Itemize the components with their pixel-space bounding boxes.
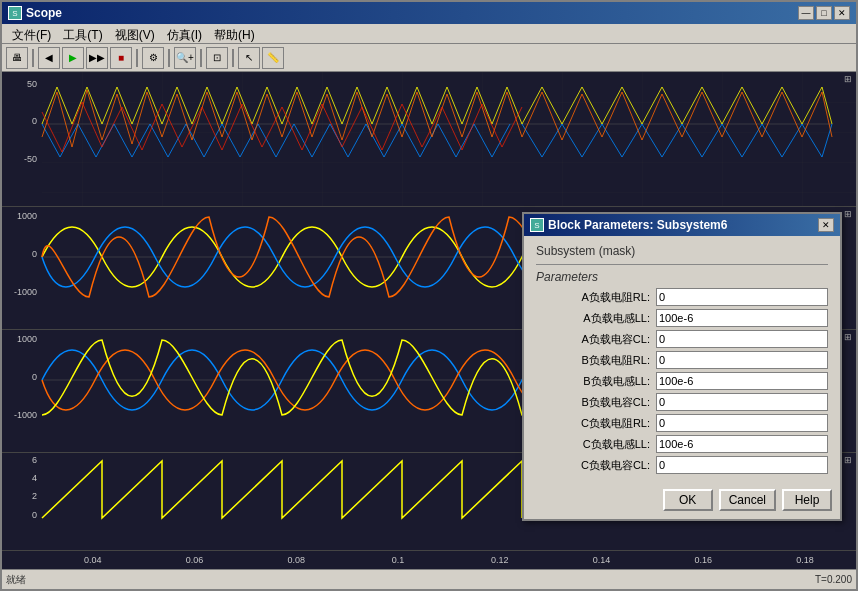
menu-tools[interactable]: 工具(T) — [57, 26, 108, 41]
toolbar-print[interactable]: 🖶 — [6, 47, 28, 69]
toolbar-forward[interactable]: ▶▶ — [86, 47, 108, 69]
menu-bar: 文件(F) 工具(T) 视图(V) 仿真(I) 帮助(H) — [2, 24, 856, 44]
svg-text:4: 4 — [32, 473, 37, 483]
plot2-expand[interactable]: ⊞ — [844, 209, 852, 219]
x-tick-5: 0.12 — [449, 555, 551, 565]
param-label-4: B负载电感LL: — [536, 374, 656, 389]
x-tick-7: 0.16 — [653, 555, 755, 565]
dialog-title: Block Parameters: Subsystem6 — [548, 218, 727, 232]
svg-text:1000: 1000 — [17, 334, 37, 344]
menu-help[interactable]: 帮助(H) — [208, 26, 261, 41]
content-area: ⊞ 50 0 -50 — [2, 72, 856, 569]
param-row-7: C负载电感LL: — [536, 435, 828, 453]
x-tick-1: 0.04 — [42, 555, 144, 565]
plot4-expand[interactable]: ⊞ — [844, 455, 852, 465]
param-row-1: A负载电感LL: — [536, 309, 828, 327]
dialog-section-params: Parameters — [536, 270, 828, 284]
x-tick-6: 0.14 — [551, 555, 653, 565]
plot1-expand[interactable]: ⊞ — [844, 74, 852, 84]
param-input-8[interactable] — [656, 456, 828, 474]
toolbar-sep2 — [136, 49, 138, 67]
toolbar-stop[interactable]: ■ — [110, 47, 132, 69]
param-row-4: B负载电感LL: — [536, 372, 828, 390]
svg-text:1000: 1000 — [17, 211, 37, 221]
toolbar-zoom-in[interactable]: 🔍+ — [174, 47, 196, 69]
param-input-0[interactable] — [656, 288, 828, 306]
svg-text:-50: -50 — [24, 154, 37, 164]
param-input-7[interactable] — [656, 435, 828, 453]
toolbar-measure[interactable]: 📏 — [262, 47, 284, 69]
block-params-dialog: S Block Parameters: Subsystem6 ✕ Subsyst… — [522, 212, 842, 521]
title-bar-left: S Scope — [8, 6, 62, 20]
param-label-3: B负载电阻RL: — [536, 353, 656, 368]
title-controls: — □ ✕ — [798, 6, 850, 20]
toolbar-settings[interactable]: ⚙ — [142, 47, 164, 69]
dialog-icon: S — [530, 218, 544, 232]
x-tick-8: 0.18 — [754, 555, 856, 565]
svg-text:0: 0 — [32, 510, 37, 520]
param-label-7: C负载电感LL: — [536, 437, 656, 452]
svg-text:6: 6 — [32, 455, 37, 465]
dialog-body: Subsystem (mask) Parameters A负载电阻RL: A负载… — [524, 236, 840, 483]
cancel-button[interactable]: Cancel — [719, 489, 776, 511]
param-row-6: C负载电阻RL: — [536, 414, 828, 432]
toolbar-sep1 — [32, 49, 34, 67]
param-row-0: A负载电阻RL: — [536, 288, 828, 306]
svg-text:0: 0 — [32, 116, 37, 126]
param-input-3[interactable] — [656, 351, 828, 369]
close-button[interactable]: ✕ — [834, 6, 850, 20]
svg-text:0: 0 — [32, 372, 37, 382]
x-tick-3: 0.08 — [246, 555, 348, 565]
param-row-3: B负载电阻RL: — [536, 351, 828, 369]
status-bar: 就绪 T=0.200 — [2, 569, 856, 589]
dialog-buttons: OK Cancel Help — [524, 483, 840, 519]
menu-view[interactable]: 视图(V) — [109, 26, 161, 41]
param-row-2: A负载电容CL: — [536, 330, 828, 348]
plot3-expand[interactable]: ⊞ — [844, 332, 852, 342]
x-tick-4: 0.1 — [347, 555, 449, 565]
plot1-svg: 50 0 -50 — [2, 72, 856, 206]
toolbar: 🖶 ◀ ▶ ▶▶ ■ ⚙ 🔍+ ⊡ ↖ 📏 — [2, 44, 856, 72]
param-input-1[interactable] — [656, 309, 828, 327]
param-label-5: B负载电容CL: — [536, 395, 656, 410]
toolbar-sep3 — [168, 49, 170, 67]
param-input-2[interactable] — [656, 330, 828, 348]
menu-simulate[interactable]: 仿真(I) — [161, 26, 208, 41]
toolbar-back[interactable]: ◀ — [38, 47, 60, 69]
toolbar-sep4 — [200, 49, 202, 67]
help-button[interactable]: Help — [782, 489, 832, 511]
toolbar-fit[interactable]: ⊡ — [206, 47, 228, 69]
param-input-5[interactable] — [656, 393, 828, 411]
dialog-title-bar: S Block Parameters: Subsystem6 ✕ — [524, 214, 840, 236]
param-label-8: C负载电容CL: — [536, 458, 656, 473]
svg-text:2: 2 — [32, 491, 37, 501]
plot1: ⊞ 50 0 -50 — [2, 72, 856, 207]
param-input-4[interactable] — [656, 372, 828, 390]
param-input-6[interactable] — [656, 414, 828, 432]
param-label-0: A负载电阻RL: — [536, 290, 656, 305]
svg-text:-1000: -1000 — [14, 410, 37, 420]
dialog-close-button[interactable]: ✕ — [818, 218, 834, 232]
main-window: S Scope — □ ✕ 文件(F) 工具(T) 视图(V) 仿真(I) 帮助… — [0, 0, 858, 591]
minimize-button[interactable]: — — [798, 6, 814, 20]
toolbar-sep5 — [232, 49, 234, 67]
svg-text:-1000: -1000 — [14, 287, 37, 297]
param-row-8: C负载电容CL: — [536, 456, 828, 474]
toolbar-play[interactable]: ▶ — [62, 47, 84, 69]
ok-button[interactable]: OK — [663, 489, 713, 511]
svg-text:50: 50 — [27, 79, 37, 89]
status-left: 就绪 — [6, 573, 26, 587]
dialog-subtitle: Subsystem (mask) — [536, 244, 828, 258]
svg-text:0: 0 — [32, 249, 37, 259]
param-label-6: C负载电阻RL: — [536, 416, 656, 431]
menu-file[interactable]: 文件(F) — [6, 26, 57, 41]
window-title: Scope — [26, 6, 62, 20]
maximize-button[interactable]: □ — [816, 6, 832, 20]
param-label-1: A负载电感LL: — [536, 311, 656, 326]
param-label-2: A负载电容CL: — [536, 332, 656, 347]
x-tick-2: 0.06 — [144, 555, 246, 565]
x-axis: 0.04 0.06 0.08 0.1 0.12 0.14 0.16 0.18 — [2, 551, 856, 569]
param-row-5: B负载电容CL: — [536, 393, 828, 411]
status-right: T=0.200 — [815, 574, 852, 585]
toolbar-cursor[interactable]: ↖ — [238, 47, 260, 69]
